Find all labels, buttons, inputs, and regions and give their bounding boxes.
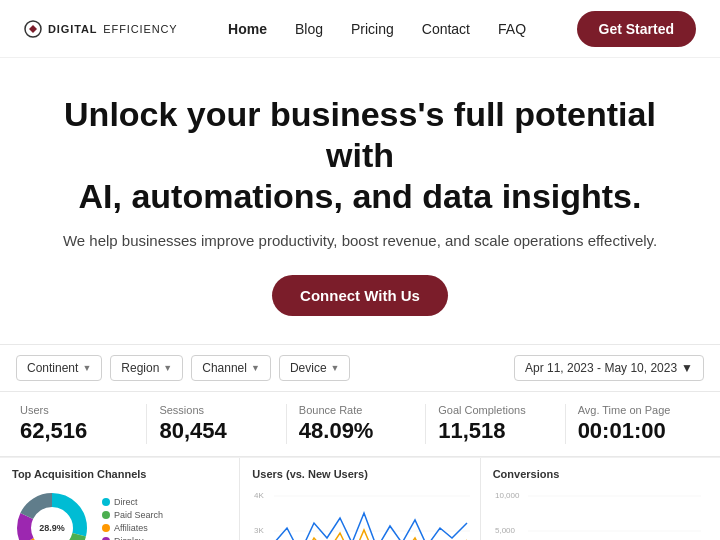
channel-filter[interactable]: Channel ▼ <box>191 355 271 381</box>
metric-time-value: 00:01:00 <box>578 418 692 444</box>
metric-users-label: Users <box>20 404 134 416</box>
legend-dot-affiliates <box>102 524 110 532</box>
conversions-line-chart: 10,000 5,000 0 <box>493 488 703 540</box>
hero-section: Unlock your business's full potential wi… <box>0 58 720 344</box>
nav-blog[interactable]: Blog <box>295 21 323 37</box>
legend-affiliates: Affiliates <box>102 523 163 533</box>
metric-bounce-label: Bounce Rate <box>299 404 413 416</box>
donut-legend: Direct Paid Search Affiliates Display (O… <box>102 497 163 540</box>
continent-filter[interactable]: Continent ▼ <box>16 355 102 381</box>
get-started-button[interactable]: Get Started <box>577 11 696 47</box>
logo-sub: EFFICIENCY <box>103 23 177 35</box>
legend-dot-paid <box>102 511 110 519</box>
date-arrow-icon: ▼ <box>681 361 693 375</box>
users-chart-title: Users (vs. New Users) <box>252 468 467 480</box>
header: DIGITAL EFFICIENCY Home Blog Pricing Con… <box>0 0 720 58</box>
nav-pricing[interactable]: Pricing <box>351 21 394 37</box>
svg-text:5,000: 5,000 <box>495 526 516 535</box>
nav-faq[interactable]: FAQ <box>498 21 526 37</box>
legend-direct: Direct <box>102 497 163 507</box>
charts-row: Top Acquisition Channels 28.9% Direct <box>0 457 720 540</box>
legend-dot-direct <box>102 498 110 506</box>
metric-bounce-rate: Bounce Rate 48.09% <box>287 404 426 444</box>
metric-users: Users 62,516 <box>16 404 147 444</box>
device-filter[interactable]: Device ▼ <box>279 355 351 381</box>
legend-display: Display <box>102 536 163 540</box>
conversions-chart-panel: Conversions 10,000 5,000 0 <box>481 458 720 540</box>
hero-subtitle: We help businesses improve productivity,… <box>60 230 660 253</box>
metric-goal-value: 11,518 <box>438 418 552 444</box>
donut-area: 28.9% Direct Paid Search Affiliates Dis <box>12 488 227 540</box>
metric-goal-completions: Goal Completions 11,518 <box>426 404 565 444</box>
svg-text:3K: 3K <box>254 526 264 535</box>
nav: Home Blog Pricing Contact FAQ <box>228 21 526 37</box>
logo-icon <box>24 20 42 38</box>
metric-sessions-label: Sessions <box>159 404 273 416</box>
conversions-chart-title: Conversions <box>493 468 708 480</box>
filters-bar: Continent ▼ Region ▼ Channel ▼ Device ▼ … <box>0 344 720 392</box>
metric-goal-label: Goal Completions <box>438 404 552 416</box>
svg-text:10,000: 10,000 <box>495 491 520 500</box>
metric-time-label: Avg. Time on Page <box>578 404 692 416</box>
metrics-row: Users 62,516 Sessions 80,454 Bounce Rate… <box>0 392 720 457</box>
users-chart-panel: Users (vs. New Users) 4K 3K 2K <box>240 458 480 540</box>
metric-sessions: Sessions 80,454 <box>147 404 286 444</box>
svg-text:4K: 4K <box>254 491 264 500</box>
nav-contact[interactable]: Contact <box>422 21 470 37</box>
legend-paid-search: Paid Search <box>102 510 163 520</box>
metric-bounce-value: 48.09% <box>299 418 413 444</box>
region-filter[interactable]: Region ▼ <box>110 355 183 381</box>
device-arrow-icon: ▼ <box>331 363 340 373</box>
acquisition-chart-panel: Top Acquisition Channels 28.9% Direct <box>0 458 240 540</box>
region-arrow-icon: ▼ <box>163 363 172 373</box>
connect-with-us-button[interactable]: Connect With Us <box>272 275 448 316</box>
channel-arrow-icon: ▼ <box>251 363 260 373</box>
continent-arrow-icon: ▼ <box>82 363 91 373</box>
svg-text:28.9%: 28.9% <box>39 523 65 533</box>
nav-home[interactable]: Home <box>228 21 267 37</box>
metric-avg-time: Avg. Time on Page 00:01:00 <box>566 404 704 444</box>
donut-chart: 28.9% <box>12 488 92 540</box>
hero-title: Unlock your business's full potential wi… <box>60 94 660 216</box>
users-line-chart: 4K 3K 2K <box>252 488 472 540</box>
metric-sessions-value: 80,454 <box>159 418 273 444</box>
acquisition-chart-title: Top Acquisition Channels <box>12 468 227 480</box>
logo-text: DIGITAL <box>48 23 97 35</box>
metric-users-value: 62,516 <box>20 418 134 444</box>
date-range-filter[interactable]: Apr 11, 2023 - May 10, 2023 ▼ <box>514 355 704 381</box>
logo: DIGITAL EFFICIENCY <box>24 20 178 38</box>
